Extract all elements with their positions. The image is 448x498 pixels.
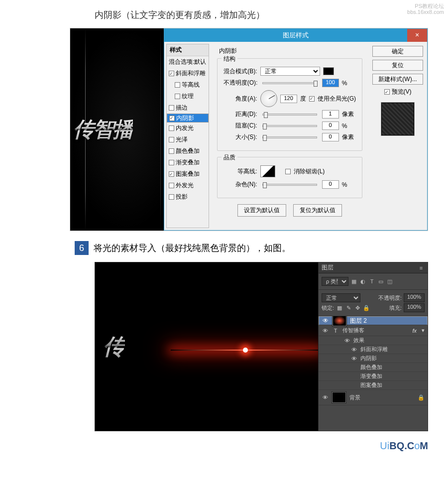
blend-mode-select[interactable]: 正常 bbox=[260, 67, 320, 76]
style-item-混合选项:默认[interactable]: 混合选项:默认 bbox=[167, 56, 209, 68]
lock-all-icon[interactable]: 🔒 bbox=[363, 304, 370, 311]
style-checkbox[interactable] bbox=[169, 148, 174, 154]
layer-effect-row[interactable]: 👁斜面和浮雕 bbox=[319, 345, 428, 354]
style-preview-swatch bbox=[381, 102, 415, 136]
angle-value[interactable]: 120 bbox=[280, 95, 297, 103]
new-style-button[interactable]: 新建样式(W)... bbox=[372, 74, 423, 85]
style-item-纹理[interactable]: 纹理 bbox=[167, 91, 209, 102]
make-default-button[interactable]: 设置为默认值 bbox=[237, 204, 286, 217]
size-value[interactable]: 0 bbox=[322, 133, 339, 141]
ok-button[interactable]: 确定 bbox=[372, 46, 423, 57]
visibility-eye-icon[interactable]: 👁 bbox=[322, 317, 329, 324]
styles-header: 样式 bbox=[167, 44, 209, 56]
style-item-斜面和浮雕[interactable]: 斜面和浮雕 bbox=[167, 68, 209, 79]
visibility-eye-icon[interactable]: 👁 bbox=[350, 356, 357, 362]
layer-row[interactable]: 👁图层 2 bbox=[319, 316, 428, 325]
antialias-checkbox[interactable] bbox=[285, 169, 291, 174]
style-checkbox[interactable] bbox=[169, 171, 174, 177]
dialog-titlebar[interactable]: 图层样式 × bbox=[164, 29, 427, 42]
step-6-text: 将光的素材导入（最好找纯黑色背景的），如图。 bbox=[94, 242, 291, 254]
reset-default-button[interactable]: 复位为默认值 bbox=[293, 204, 342, 217]
layers-list: 👁图层 2👁T传智播客fx▾👁效果👁斜面和浮雕👁内阴影颜色叠加渐变叠加图案叠加👁… bbox=[319, 316, 428, 431]
dialog-title: 图层样式 bbox=[283, 31, 309, 40]
panel-menu-icon[interactable]: ≡ bbox=[418, 264, 425, 271]
style-item-投影[interactable]: 投影 bbox=[167, 191, 209, 203]
blend-mode-layer-select[interactable]: 正常 bbox=[322, 293, 360, 302]
layer-effect-row[interactable]: 👁内阴影 bbox=[319, 354, 428, 363]
visibility-eye-icon[interactable]: 👁 bbox=[322, 328, 329, 334]
lock-position-icon[interactable]: ✥ bbox=[354, 304, 361, 311]
style-checkbox[interactable] bbox=[169, 116, 175, 121]
style-checkbox[interactable] bbox=[169, 105, 174, 111]
distance-slider[interactable] bbox=[262, 114, 317, 116]
color-swatch[interactable] bbox=[323, 67, 334, 75]
opacity-slider[interactable] bbox=[262, 82, 317, 84]
layer-opacity-value[interactable]: 100% bbox=[404, 293, 425, 302]
canvas-preview-2: 传 bbox=[95, 262, 318, 431]
visibility-eye-icon[interactable]: 👁 bbox=[343, 338, 350, 344]
size-slider[interactable] bbox=[262, 136, 317, 138]
style-item-光泽[interactable]: 光泽 bbox=[167, 134, 209, 145]
layer-thumbnail[interactable] bbox=[332, 316, 347, 327]
visibility-eye-icon[interactable]: 👁 bbox=[322, 394, 329, 400]
opacity-value[interactable]: 100 bbox=[322, 79, 339, 87]
filter-pixel-icon[interactable]: ▦ bbox=[350, 278, 357, 285]
global-light-checkbox[interactable] bbox=[309, 96, 315, 102]
filter-type-icon[interactable]: T bbox=[368, 278, 375, 285]
layer-effect-row[interactable]: 👁效果 bbox=[319, 336, 428, 345]
lens-flare bbox=[171, 350, 318, 351]
filter-smart-icon[interactable]: ◫ bbox=[386, 278, 393, 285]
style-item-内阴影[interactable]: 内阴影 bbox=[167, 114, 209, 123]
angle-dial[interactable] bbox=[260, 90, 277, 107]
group-quality: 品质 等高线: 消除锯齿(L) 杂色(N): 0 % bbox=[217, 157, 362, 198]
lock-transparent-icon[interactable]: ▩ bbox=[336, 304, 343, 311]
watermark: PS教程论坛 bbs.16xx8.com bbox=[407, 3, 444, 15]
contour-picker[interactable] bbox=[260, 165, 275, 177]
style-item-外发光[interactable]: 外发光 bbox=[167, 180, 209, 191]
close-icon[interactable]: × bbox=[407, 29, 427, 42]
visibility-eye-icon[interactable]: 👁 bbox=[350, 347, 357, 353]
lock-pixels-icon[interactable]: ✎ bbox=[345, 304, 352, 311]
cancel-button[interactable]: 复位 bbox=[372, 60, 423, 71]
choke-value[interactable]: 0 bbox=[322, 122, 339, 130]
chevron-down-icon[interactable]: ▾ bbox=[422, 327, 425, 334]
layer-row[interactable]: 👁T传智播客fx▾ bbox=[319, 325, 428, 336]
fx-badge[interactable]: fx bbox=[412, 328, 419, 334]
layer-fill-value[interactable]: 100% bbox=[404, 303, 425, 312]
preview-checkbox[interactable] bbox=[384, 89, 390, 95]
distance-value[interactable]: 1 bbox=[322, 110, 339, 119]
filter-kind-select[interactable]: ρ 类型 bbox=[322, 277, 348, 286]
style-item-渐变叠加[interactable]: 渐变叠加 bbox=[167, 157, 209, 168]
layer-effect-row[interactable]: 颜色叠加 bbox=[319, 363, 428, 372]
layer-row[interactable]: 👁背景🔒 bbox=[319, 390, 428, 405]
style-item-图案叠加[interactable]: 图案叠加 bbox=[167, 168, 209, 180]
style-checkbox[interactable] bbox=[169, 137, 174, 142]
screenshot-layer-style: 传智播 图层样式 × 样式 混合选项:默认斜面和浮雕等高线纹理描边内阴影内发光光… bbox=[70, 28, 428, 231]
styles-list: 样式 混合选项:默认斜面和浮雕等高线纹理描边内阴影内发光光泽颜色叠加渐变叠加图案… bbox=[166, 44, 209, 228]
layer-effect-row[interactable]: 图案叠加 bbox=[319, 381, 428, 390]
style-checkbox[interactable] bbox=[169, 194, 174, 200]
style-item-内发光[interactable]: 内发光 bbox=[167, 123, 209, 134]
choke-slider[interactable] bbox=[262, 125, 317, 127]
style-checkbox[interactable] bbox=[175, 94, 180, 99]
layer-effect-row[interactable]: 渐变叠加 bbox=[319, 372, 428, 381]
layers-panel: 图层 ≡ ρ 类型 ▦ ◐ T ▭ ◫ 正常 不透明度: 100% 锁定: bbox=[318, 262, 428, 431]
filter-shape-icon[interactable]: ▭ bbox=[377, 278, 384, 285]
style-checkbox[interactable] bbox=[169, 71, 174, 76]
style-checkbox[interactable] bbox=[175, 82, 180, 88]
panel-title: 内阴影 bbox=[219, 47, 362, 55]
style-checkbox[interactable] bbox=[169, 183, 174, 188]
layer-style-dialog: 图层样式 × 样式 混合选项:默认斜面和浮雕等高线纹理描边内阴影内发光光泽颜色叠… bbox=[164, 28, 428, 231]
caption-inner-shadow: 内阴影（让文字变的更有质感，增加高光） bbox=[0, 0, 448, 28]
style-item-颜色叠加[interactable]: 颜色叠加 bbox=[167, 145, 209, 157]
layer-thumbnail[interactable] bbox=[332, 391, 346, 403]
style-item-等高线[interactable]: 等高线 bbox=[167, 79, 209, 91]
group-structure: 结构 混合模式(B): 正常 不透明度(O): 100 % 角度(A): bbox=[217, 58, 362, 151]
filter-adjust-icon[interactable]: ◐ bbox=[359, 278, 366, 285]
style-checkbox[interactable] bbox=[169, 160, 174, 165]
layers-tab[interactable]: 图层 bbox=[322, 263, 334, 272]
style-item-描边[interactable]: 描边 bbox=[167, 102, 209, 114]
noise-slider[interactable] bbox=[262, 184, 317, 186]
style-checkbox[interactable] bbox=[169, 125, 174, 131]
noise-value[interactable]: 0 bbox=[322, 180, 339, 189]
